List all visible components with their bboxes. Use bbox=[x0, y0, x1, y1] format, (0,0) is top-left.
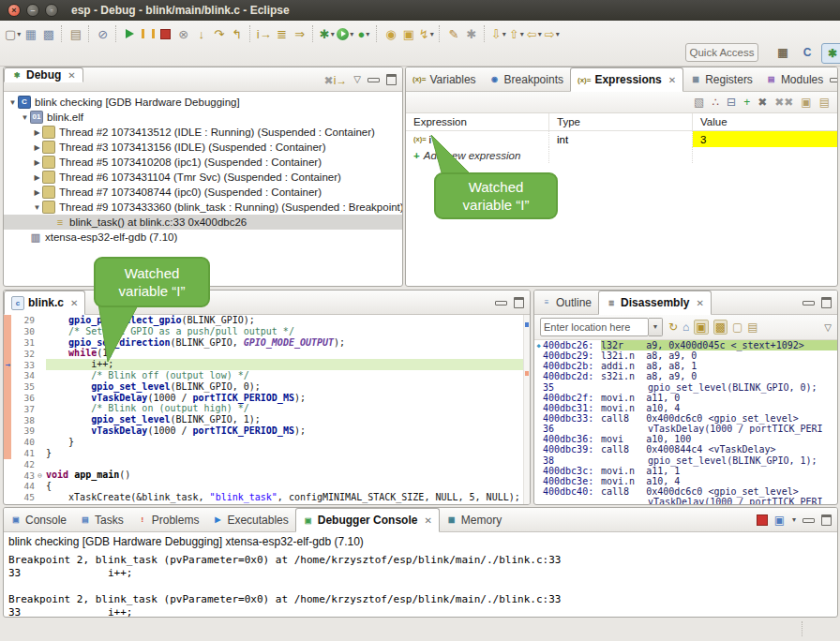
external-tools-button[interactable]: ●▾ bbox=[355, 24, 371, 43]
overview-ruler[interactable] bbox=[523, 315, 530, 505]
use-step-filters-button[interactable]: ⇒ bbox=[292, 24, 308, 43]
disasm-instruction[interactable]: ◆400dbc26:l32r a9, 0x400d045c <_stext+10… bbox=[534, 340, 837, 350]
debug-launch-button[interactable]: ✱▾ bbox=[319, 24, 335, 43]
code-line-42[interactable]: 42 bbox=[4, 458, 530, 470]
tree-item-blink-checking-gdb-hard[interactable]: ▼Cblink checking [GDB Hardware Debugging… bbox=[4, 95, 402, 110]
cpp-perspective-button[interactable]: C bbox=[797, 43, 818, 62]
remove-all-terminated-icon[interactable]: ✖ bbox=[324, 74, 334, 87]
open-new-view-icon[interactable]: ▢ bbox=[732, 320, 742, 334]
close-tab-icon[interactable]: ✕ bbox=[68, 70, 75, 81]
code-line-40[interactable]: 40 } bbox=[4, 437, 530, 448]
go-home-icon[interactable]: ⌂ bbox=[682, 320, 689, 334]
close-tab-icon[interactable]: ✕ bbox=[668, 75, 676, 85]
disasm-instruction[interactable]: 400dbc31:movi.n a10, 4 bbox=[534, 403, 837, 413]
column-header-type[interactable]: Type bbox=[549, 113, 693, 130]
disasm-instruction[interactable]: 400dbc3c:movi.n a11, 1 bbox=[534, 466, 837, 476]
save-button[interactable]: ▦ bbox=[22, 24, 38, 43]
code-line-32[interactable]: 32 while(1) bbox=[4, 348, 530, 359]
twisty-closed-icon[interactable]: ▶ bbox=[32, 158, 42, 167]
window-maximize-button[interactable]: ▫ bbox=[45, 4, 58, 17]
tree-item-thread-5-1073410208-ip[interactable]: ▶Thread #5 1073410208 (ipc1) (Suspended … bbox=[4, 155, 402, 170]
disasm-source-line[interactable]: 35gpio_set_level(BLINK_GPIO, 0); bbox=[534, 382, 837, 393]
twisty-closed-icon[interactable]: ▶ bbox=[32, 143, 42, 152]
location-dropdown-icon[interactable]: ▼ bbox=[649, 318, 663, 336]
minimize-icon[interactable] bbox=[802, 518, 815, 523]
tab-blink-c[interactable]: cblink.c✕ bbox=[4, 291, 85, 315]
twisty-closed-icon[interactable]: ▶ bbox=[32, 128, 42, 137]
pin-editor-button[interactable]: ⇩▾ bbox=[490, 24, 506, 43]
disasm-instruction[interactable]: 400dbc36:movi a10, 100 bbox=[534, 434, 837, 444]
twisty-closed-icon[interactable]: ▶ bbox=[32, 188, 42, 197]
twisty-closed-icon[interactable]: ▶ bbox=[32, 173, 42, 182]
show-type-names-icon[interactable]: ▧ bbox=[694, 96, 704, 109]
twisty-open-icon[interactable]: ▼ bbox=[20, 113, 30, 122]
code-line-46[interactable]: 46} bbox=[4, 503, 530, 505]
run-launch-button[interactable]: ▾ bbox=[337, 24, 353, 43]
code-line-45[interactable]: 45 xTaskCreate(&blink_task, "blink_task"… bbox=[4, 492, 530, 503]
collapse-all-icon[interactable]: ⊟ bbox=[727, 96, 736, 109]
open-resource-button[interactable]: ▣ bbox=[400, 24, 416, 43]
new-wizard-button[interactable]: ▢▾ bbox=[5, 24, 21, 43]
column-header-value[interactable]: Value bbox=[693, 113, 837, 130]
disasm-source-line[interactable]: vTaskDelay(1000 / portTICK_PERI bbox=[534, 497, 837, 505]
save-all-button[interactable]: ▩ bbox=[40, 24, 56, 43]
code-line-35[interactable]: 35 gpio_set_level(BLINK_GPIO, 0); bbox=[4, 381, 530, 393]
disassembly-body[interactable]: ◆400dbc26:l32r a9, 0x400d045c <_stext+10… bbox=[534, 340, 837, 505]
skip-all-breakpoints-button[interactable]: ⊘ bbox=[95, 24, 111, 43]
step-into-button[interactable]: ↓ bbox=[193, 24, 209, 43]
annotations-button[interactable]: ✱ bbox=[463, 24, 479, 43]
console-dropdown-icon[interactable]: ▾ bbox=[792, 515, 796, 524]
build-button[interactable]: ▤ bbox=[68, 24, 83, 43]
tree-item-blink-elf[interactable]: ▼01blink.elf bbox=[4, 110, 402, 125]
code-line-29[interactable]: 29 gpio_pad_select_gpio(BLINK_GPIO); bbox=[4, 315, 530, 326]
tab-debugger-console[interactable]: ▣Debugger Console✕ bbox=[295, 508, 440, 532]
tab-registers[interactable]: ▦Registers bbox=[683, 67, 759, 91]
minimize-icon[interactable] bbox=[495, 301, 507, 306]
location-input[interactable] bbox=[540, 318, 649, 336]
tree-item-blink-task-at-blink-c-[interactable]: ≡blink_task() at blink.c:33 0x400dbc26 bbox=[4, 215, 402, 230]
tab-breakpoints[interactable]: ◉Breakpoints bbox=[483, 67, 570, 91]
terminate-button[interactable] bbox=[158, 24, 173, 43]
open-element-button[interactable]: ↯▾ bbox=[418, 24, 434, 43]
tab-expressions[interactable]: (x)=Expressions✕ bbox=[570, 67, 683, 92]
forward-button[interactable]: ⇨▾ bbox=[544, 24, 560, 43]
tree-item-thread-7-1073408744-ip[interactable]: ▶Thread #7 1073408744 (ipc0) (Suspended … bbox=[4, 185, 402, 200]
tab-debug[interactable]: ✱Debug✕ bbox=[4, 67, 83, 82]
disasm-instruction[interactable]: 400dbc3e:movi.n a10, 4 bbox=[534, 476, 837, 486]
show-logical-structure-icon[interactable]: ∴ bbox=[712, 96, 719, 109]
maximize-icon[interactable] bbox=[821, 297, 832, 308]
disasm-instruction[interactable]: 400dbc33:call8 0x400dc6c0 <gpio_set_leve… bbox=[534, 413, 837, 424]
quick-access-button[interactable]: Quick Access bbox=[685, 43, 758, 62]
add-expression-icon[interactable]: + bbox=[743, 96, 750, 109]
close-tab-icon[interactable]: ✕ bbox=[424, 515, 431, 526]
fold-collapse-icon[interactable]: ⊖ bbox=[38, 471, 46, 480]
code-line-44[interactable]: 44{ bbox=[4, 481, 530, 492]
open-perspective-button[interactable]: ▦ bbox=[772, 43, 793, 62]
tab-variables[interactable]: (x)=Variables bbox=[406, 67, 483, 91]
tab-outline[interactable]: ≡Outline bbox=[534, 291, 598, 314]
disasm-instruction[interactable]: 400dbc2b:addi.n a8, a8, 1 bbox=[534, 361, 837, 371]
maximize-icon[interactable] bbox=[514, 297, 524, 308]
open-type-button[interactable]: ◉ bbox=[382, 24, 398, 43]
tab-modules[interactable]: ▤Modules bbox=[759, 67, 830, 91]
instruction-stepping-button[interactable]: i→ bbox=[256, 24, 272, 43]
minimize-icon[interactable] bbox=[368, 78, 380, 82]
terminate-console-icon[interactable] bbox=[757, 514, 768, 526]
back-button[interactable]: ⇦▾ bbox=[526, 24, 542, 43]
code-line-34[interactable]: 34 /* Blink off (output low) */ bbox=[4, 370, 530, 381]
window-close-button[interactable]: × bbox=[8, 4, 21, 17]
tree-item-thread-3-1073413156-id[interactable]: ▶Thread #3 1073413156 (IDLE) (Suspended … bbox=[4, 140, 402, 155]
tab-console[interactable]: ▣Console bbox=[4, 508, 73, 531]
disasm-instruction[interactable]: 400dbc40:call8 0x400dc6c0 <gpio_set_leve… bbox=[534, 486, 837, 497]
editor-body[interactable]: 29 gpio_pad_select_gpio(BLINK_GPIO);30 /… bbox=[4, 315, 530, 505]
disconnect-button[interactable]: ⊗ bbox=[175, 24, 191, 43]
twisty-open-icon[interactable]: ▼ bbox=[32, 203, 42, 212]
close-tab-icon[interactable]: ✕ bbox=[696, 298, 703, 308]
mark-occurrences-button[interactable]: ✎ bbox=[445, 24, 461, 43]
track-program-counter-icon[interactable]: ▩ bbox=[713, 320, 728, 335]
tab-problems[interactable]: !Problems bbox=[130, 508, 206, 531]
tree-item-thread-2-1073413512-id[interactable]: ▶Thread #2 1073413512 (IDLE : Running) (… bbox=[4, 125, 402, 140]
code-line-37[interactable]: 37 /* Blink on (output high) */ bbox=[4, 403, 530, 414]
step-return-button[interactable]: ↰ bbox=[229, 24, 245, 43]
tab-executables[interactable]: ▶Executables bbox=[205, 508, 294, 531]
